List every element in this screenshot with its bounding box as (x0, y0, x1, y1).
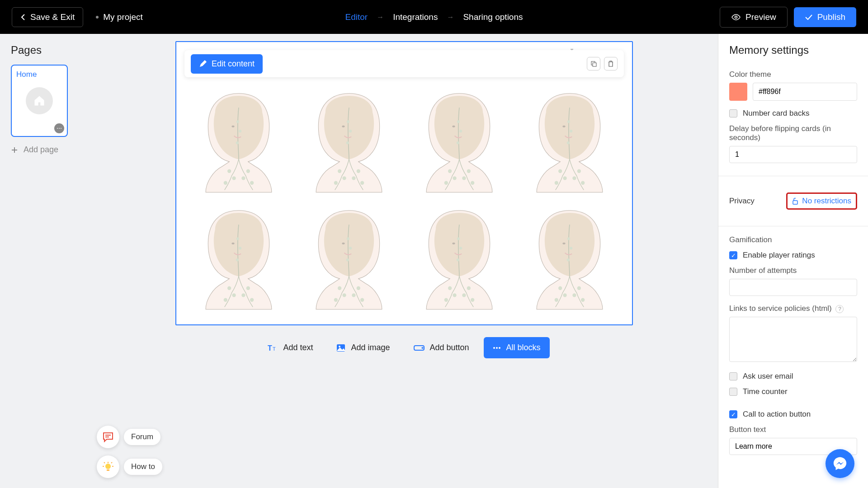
svg-point-45 (227, 286, 231, 290)
svg-text:T: T (268, 344, 272, 352)
pages-title: Pages (11, 44, 80, 56)
privacy-link-text: No restrictions (802, 197, 851, 206)
help-icon[interactable]: ? (835, 305, 844, 313)
text-icon: TT (268, 344, 278, 352)
delete-button[interactable] (604, 57, 618, 70)
policies-textarea[interactable] (729, 317, 857, 362)
gamification-heading: Gamification (729, 235, 857, 244)
preview-button[interactable]: Preview (720, 7, 788, 28)
canvas-area: oves: 0 00:00 Edit content (90, 34, 718, 488)
svg-point-65 (448, 286, 452, 290)
memory-card[interactable] (520, 82, 619, 199)
svg-point-28 (467, 169, 471, 173)
svg-point-9 (241, 176, 245, 180)
svg-point-20 (360, 181, 364, 184)
policies-label: Links to service policies (html) ? (729, 304, 857, 313)
privacy-link[interactable]: No restrictions (786, 192, 857, 210)
block-actions (587, 57, 618, 70)
add-button-button[interactable]: Add button (405, 337, 478, 358)
edit-content-button[interactable]: Edit content (191, 54, 263, 74)
svg-point-77 (555, 298, 558, 302)
svg-point-33 (457, 141, 459, 144)
enable-ratings-checkbox[interactable]: ✓ Enable player ratings (729, 251, 857, 260)
save-exit-button[interactable]: Save & Exit (12, 7, 83, 27)
card-illustration (191, 201, 286, 314)
svg-point-27 (444, 181, 448, 184)
memory-card[interactable] (410, 82, 509, 199)
ask-email-checkbox[interactable]: Ask user email (729, 372, 857, 381)
time-counter-checkbox[interactable]: Time counter (729, 387, 857, 396)
svg-point-92 (105, 464, 111, 469)
svg-point-71 (457, 238, 460, 240)
svg-point-67 (444, 298, 448, 302)
svg-point-50 (250, 298, 254, 302)
svg-point-83 (567, 258, 570, 261)
copy-button[interactable] (587, 57, 600, 70)
svg-point-70 (471, 298, 474, 302)
memory-card[interactable] (410, 199, 509, 317)
project-name[interactable]: My project (96, 12, 143, 22)
svg-point-10 (250, 181, 254, 184)
nav-integrations[interactable]: Integrations (393, 12, 438, 22)
nav-editor[interactable]: Editor (345, 12, 368, 22)
edit-bar: Edit content (184, 50, 624, 77)
add-text-button[interactable]: TT Add text (259, 337, 322, 358)
svg-rect-3 (593, 63, 596, 66)
canvas-frame[interactable]: oves: 0 00:00 Edit content (175, 41, 633, 325)
number-card-backs-checkbox[interactable]: Number card backs (729, 109, 857, 118)
svg-point-7 (224, 181, 227, 184)
enable-ratings-label: Enable player ratings (743, 251, 815, 260)
trash-icon (608, 60, 614, 67)
svg-point-6 (232, 176, 236, 180)
svg-point-13 (236, 141, 239, 144)
all-blocks-button[interactable]: All blocks (484, 337, 550, 358)
memory-card[interactable] (189, 199, 288, 317)
memory-card[interactable] (520, 199, 619, 317)
delay-input[interactable] (729, 146, 857, 163)
ask-email-label: Ask user email (743, 372, 793, 381)
checkbox-icon (729, 388, 737, 396)
button-text-label: Button text (729, 425, 857, 434)
page-thumb-home[interactable]: Home ⋯ (11, 65, 68, 137)
all-blocks-label: All blocks (506, 343, 541, 352)
svg-point-66 (453, 294, 456, 297)
attempts-input[interactable] (729, 279, 857, 296)
svg-point-39 (572, 176, 576, 180)
publish-button[interactable]: Publish (794, 7, 856, 27)
svg-point-75 (558, 286, 562, 290)
messenger-fab[interactable] (826, 449, 854, 478)
add-image-button[interactable]: Add image (327, 337, 399, 358)
messenger-icon (832, 456, 848, 471)
card-illustration (412, 201, 507, 314)
attempts-label: Number of attempts (729, 266, 857, 275)
memory-card[interactable] (299, 82, 399, 199)
svg-point-61 (347, 238, 349, 240)
forum-pill[interactable]: Forum (97, 426, 162, 448)
svg-point-17 (334, 181, 338, 184)
nav-sharing[interactable]: Sharing options (463, 12, 523, 22)
card-illustration (302, 84, 396, 197)
cta-checkbox[interactable]: ✓ Call to action button (729, 410, 857, 419)
howto-pill[interactable]: How to (97, 455, 162, 478)
block-toolbar: TT Add text Add image Add button All blo… (259, 337, 549, 358)
svg-point-32 (459, 130, 462, 132)
memory-card[interactable] (189, 82, 288, 199)
color-swatch[interactable] (729, 83, 747, 101)
color-value-input[interactable] (753, 83, 857, 101)
svg-point-80 (581, 298, 585, 302)
memory-card[interactable] (299, 199, 399, 317)
svg-point-25 (448, 169, 452, 173)
add-text-label: Add text (283, 343, 313, 352)
svg-point-49 (241, 294, 245, 297)
home-icon (26, 87, 53, 114)
svg-point-72 (459, 247, 462, 249)
svg-point-91 (499, 347, 500, 349)
page-more-icon[interactable]: ⋯ (54, 123, 64, 133)
edit-content-label: Edit content (212, 59, 255, 69)
svg-point-55 (338, 286, 341, 290)
unsaved-dot-icon (96, 16, 99, 19)
checkbox-icon (729, 372, 737, 380)
svg-point-19 (352, 176, 355, 180)
chat-bubble-icon (97, 426, 119, 448)
add-page-button[interactable]: Add page (11, 145, 80, 155)
